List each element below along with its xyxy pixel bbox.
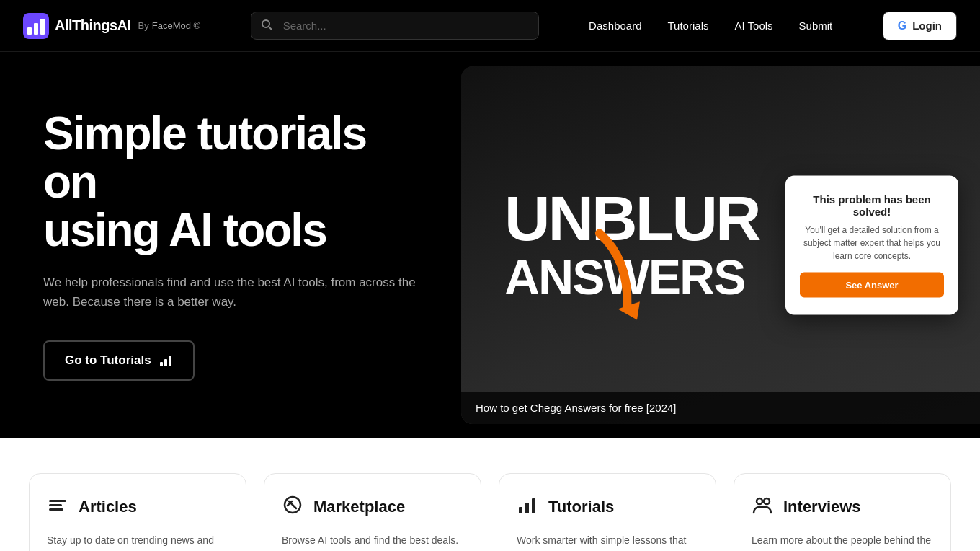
search-icon bbox=[261, 19, 272, 33]
svg-rect-16 bbox=[519, 507, 522, 513]
popup-title: This problem has been solved! bbox=[800, 193, 944, 217]
logo-icon bbox=[23, 13, 49, 39]
logo[interactable]: AllThingsAI bbox=[23, 13, 131, 39]
login-button[interactable]: G Login bbox=[883, 12, 957, 40]
hero-subtitle: We help professionals find and use the b… bbox=[43, 273, 418, 312]
header: AllThingsAI By FaceMod © Dashboard Tutor… bbox=[0, 0, 980, 52]
bar-chart-icon bbox=[159, 353, 173, 368]
popup-card: This problem has been solved! You'll get… bbox=[785, 175, 958, 314]
svg-rect-17 bbox=[525, 503, 529, 513]
google-icon: G bbox=[898, 19, 906, 32]
tutorials-card: Tutorials Work smarter with simple lesso… bbox=[499, 473, 716, 551]
interviews-body: Learn more about the people behind the s… bbox=[752, 532, 933, 551]
hero-cta-button[interactable]: Go to Tutorials bbox=[43, 340, 195, 381]
nav-ai-tools[interactable]: AI Tools bbox=[734, 19, 772, 32]
nav-dashboard[interactable]: Dashboard bbox=[589, 19, 641, 32]
svg-rect-8 bbox=[169, 356, 172, 366]
marketplace-card-header: Marketplace bbox=[282, 494, 463, 521]
articles-card: Articles Stay up to date on trending new… bbox=[29, 473, 246, 551]
articles-body: Stay up to date on trending news and act… bbox=[47, 532, 228, 551]
marketplace-title: Marketplace bbox=[313, 498, 405, 516]
articles-icon bbox=[47, 494, 68, 521]
tutorials-body: Work smarter with simple lessons that ac… bbox=[517, 532, 698, 551]
interviews-title: Interviews bbox=[783, 498, 861, 516]
marketplace-body: Browse AI tools and find the best deals.… bbox=[282, 532, 463, 551]
articles-title: Articles bbox=[79, 498, 137, 516]
search-input[interactable] bbox=[251, 12, 539, 40]
svg-rect-7 bbox=[164, 359, 167, 366]
login-label: Login bbox=[912, 19, 942, 32]
interviews-card-header: Interviews bbox=[752, 494, 933, 521]
svg-rect-10 bbox=[49, 500, 66, 502]
svg-rect-2 bbox=[34, 23, 38, 35]
facemod-link[interactable]: FaceMod © bbox=[152, 20, 200, 31]
tutorials-card-header: Tutorials bbox=[517, 494, 698, 521]
tutorials-title: Tutorials bbox=[548, 498, 614, 516]
svg-line-5 bbox=[269, 27, 272, 30]
main-nav: Dashboard Tutorials AI Tools Submit bbox=[589, 19, 832, 32]
logo-text: AllThingsAI bbox=[55, 17, 131, 34]
header-left: AllThingsAI By FaceMod © bbox=[23, 13, 200, 39]
svg-rect-12 bbox=[49, 508, 63, 511]
interviews-card: Interviews Learn more about the people b… bbox=[734, 473, 951, 551]
articles-card-header: Articles bbox=[47, 494, 228, 521]
hero-right: UNBLUR ANSWERS This problem has been sol… bbox=[461, 66, 980, 424]
interviews-icon bbox=[752, 494, 773, 521]
hero-caption: How to get Chegg Answers for free [2024] bbox=[461, 392, 980, 424]
cards-section: Articles Stay up to date on trending new… bbox=[0, 438, 980, 551]
hero-cta-label: Go to Tutorials bbox=[65, 353, 151, 368]
nav-tutorials[interactable]: Tutorials bbox=[668, 19, 709, 32]
hero-section: Simple tutorials on using AI tools We he… bbox=[0, 52, 980, 438]
svg-rect-11 bbox=[49, 504, 62, 506]
hero-title: Simple tutorials on using AI tools bbox=[43, 110, 418, 255]
svg-point-20 bbox=[764, 498, 770, 504]
svg-point-19 bbox=[757, 498, 762, 504]
marketplace-card: Marketplace Browse AI tools and find the… bbox=[264, 473, 481, 551]
tutorials-icon bbox=[517, 494, 538, 521]
by-facemod: By FaceMod © bbox=[138, 20, 201, 31]
hero-left: Simple tutorials on using AI tools We he… bbox=[0, 52, 461, 438]
popup-body: You'll get a detailed solution from a su… bbox=[800, 223, 944, 262]
svg-rect-18 bbox=[532, 498, 535, 513]
nav-submit[interactable]: Submit bbox=[799, 19, 833, 32]
svg-rect-6 bbox=[160, 362, 163, 366]
see-answer-button[interactable]: See Answer bbox=[800, 272, 944, 297]
marketplace-icon bbox=[282, 494, 303, 521]
svg-rect-1 bbox=[27, 27, 32, 35]
svg-rect-3 bbox=[40, 19, 45, 35]
search-bar bbox=[251, 12, 539, 40]
